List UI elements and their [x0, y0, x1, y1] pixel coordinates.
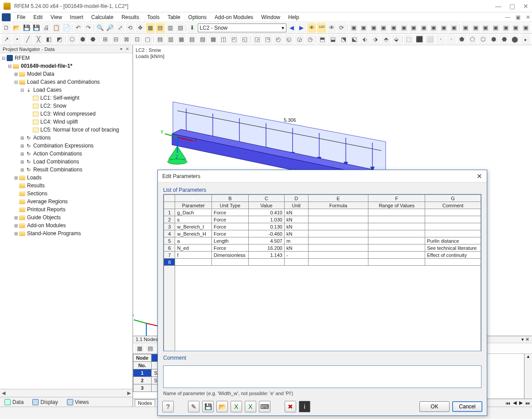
menu-window[interactable]: Window [258, 13, 284, 21]
tree-printout[interactable]: Printout Reports [27, 206, 66, 213]
table-row[interactable]: 3w_Bereich_IForce0.130kN [164, 223, 481, 230]
footer-excel2-icon[interactable]: X [245, 401, 256, 412]
tb-misc16-icon[interactable]: ▣ [501, 23, 510, 33]
ok-button[interactable]: OK [419, 401, 450, 412]
tb2-au-icon[interactable]: ⬣ [499, 35, 509, 44]
nodes-nav-next-icon[interactable]: ▶ [519, 400, 523, 406]
tb2-ap-icon[interactable]: ⬞ [446, 35, 456, 44]
nodes-nav-last-icon[interactable]: ⏭ [525, 400, 530, 406]
tb2-al-icon[interactable]: ⬚ [404, 35, 414, 44]
tb2-n-icon[interactable]: ▢ [143, 35, 153, 44]
tb-misc4-icon[interactable]: ▣ [379, 23, 388, 33]
tb-misc1-icon[interactable]: ▣ [349, 23, 358, 33]
tb-misc5-icon[interactable]: ▣ [389, 23, 399, 33]
menu-view[interactable]: View [47, 13, 66, 21]
tb2-y-icon[interactable]: ◳ [263, 35, 273, 44]
menu-options[interactable]: Options [185, 13, 210, 21]
tb2-l-icon[interactable]: ⊠ [122, 35, 132, 44]
parameters-grid[interactable]: A B C D E F G Parameter Unit Type Value … [163, 194, 481, 351]
tb2-d-icon[interactable]: ╳ [34, 35, 43, 44]
tb2-c-icon[interactable]: ╱ [23, 35, 33, 44]
menu-results[interactable]: Results [118, 13, 143, 21]
mdi-restore-icon[interactable]: ▣ [516, 14, 520, 20]
tb2-w-icon[interactable]: ◱ [240, 35, 250, 44]
tb2-p-icon[interactable]: ▥ [166, 35, 176, 44]
footer-edit-icon[interactable]: ✎ [188, 401, 200, 412]
tb2-g-icon[interactable]: ⬡ [67, 35, 77, 44]
tb2-ai-icon[interactable]: ⬗ [371, 35, 380, 44]
tb-redo-icon[interactable]: ↷ [84, 23, 93, 33]
footer-save-icon[interactable]: 💾 [202, 401, 214, 412]
tree-load-comb[interactable]: Load Combinations [33, 159, 79, 165]
tb-new-icon[interactable]: 🗋 [2, 23, 11, 33]
tree-lc1[interactable]: LC1: Self-weight [40, 95, 79, 101]
tb-view3-icon[interactable]: ▥ [166, 23, 175, 33]
tree-actions[interactable]: Actions [33, 135, 51, 141]
tb-save2-icon[interactable]: 💾 [32, 23, 41, 33]
tb-show-icon[interactable]: 👁 [307, 23, 317, 33]
tb2-s-icon[interactable]: ▨ [198, 35, 207, 44]
tb-prev-icon[interactable]: ⟲ [125, 23, 135, 33]
tb-misc6-icon[interactable]: ▣ [399, 23, 408, 33]
tb-misc14-icon[interactable]: ▣ [481, 23, 490, 33]
footer-calc-icon[interactable]: ⌨ [259, 401, 270, 412]
menu-table[interactable]: Table [164, 13, 184, 21]
tb-misc11-icon[interactable]: ▣ [449, 23, 458, 33]
tb-numbers-icon[interactable]: ¹²³ [317, 23, 326, 33]
nodes-tab-nodes[interactable]: Nodes [135, 400, 155, 406]
tree-model[interactable]: 001649-model-file-1* [21, 63, 72, 69]
tb-misc17-icon[interactable]: ▣ [511, 23, 520, 33]
tb2-ac-icon[interactable]: ◷ [305, 35, 315, 44]
tree-addon[interactable]: Add-on Modules [27, 222, 66, 229]
table-row[interactable]: 6N_edForce16.200kNSee technical literatu… [164, 244, 481, 252]
tb2-r-icon[interactable]: ▧ [187, 35, 197, 44]
tb2-z-icon[interactable]: ◴ [274, 35, 283, 44]
tb-open-icon[interactable]: 📂 [12, 23, 21, 33]
footer-info-icon[interactable]: i [299, 401, 310, 412]
tb-misc13-icon[interactable]: ▣ [471, 23, 481, 33]
navigator-close-icon[interactable]: ✕ [125, 47, 130, 51]
tb2-o-icon[interactable]: ▤ [155, 35, 165, 44]
footer-help-icon[interactable]: ? [162, 401, 174, 412]
tb2-x-icon[interactable]: ◲ [252, 35, 262, 44]
tb2-as-icon[interactable]: ⬡ [478, 35, 488, 44]
tree-comb-expr[interactable]: Combination Expressions [33, 143, 94, 149]
tb2-aa-icon[interactable]: ◵ [284, 35, 294, 44]
tb-view1-icon[interactable]: ▦ [146, 23, 155, 33]
table-row-empty[interactable]: 8 [164, 259, 481, 266]
menu-calculate[interactable]: Calculate [88, 13, 117, 21]
tb-misc3-icon[interactable]: ▣ [369, 23, 378, 33]
tb2-v-icon[interactable]: ◰ [229, 35, 239, 44]
tb2-ae-icon[interactable]: ⬓ [328, 35, 338, 44]
maximize-button[interactable]: ▢ [509, 3, 515, 10]
table-row[interactable]: 2sForce1.030kN [164, 216, 481, 223]
table-row[interactable]: 4w_Bereich_HForce-0.460kN [164, 230, 481, 237]
tb-copy-icon[interactable]: 📋 [52, 23, 61, 33]
tb2-ao-icon[interactable]: ⬝ [436, 35, 446, 44]
tree-results[interactable]: Results [27, 182, 45, 189]
tb-lc-icon[interactable]: ⬇ [188, 23, 197, 33]
tb-misc7-icon[interactable]: ▣ [409, 23, 419, 33]
tb-refresh-icon[interactable]: ⟳ [337, 23, 347, 33]
load-case-dropdown[interactable]: LC2 - Snow ▾ [198, 23, 286, 32]
tb2-a-icon[interactable]: ↗ [2, 35, 12, 44]
tb2-ag-icon[interactable]: ⬕ [349, 35, 359, 44]
nodes-tb2-icon[interactable]: ▤ [145, 344, 155, 353]
tb2-k-icon[interactable]: ⊟ [111, 35, 121, 44]
tree-action-comb[interactable]: Action Combinations [33, 151, 82, 157]
table-row[interactable]: 1g_DachForce0.410kN [164, 209, 481, 216]
comment-field[interactable] [163, 365, 481, 388]
tb-misc8-icon[interactable]: ▣ [419, 23, 429, 33]
nodes-nav-first-icon[interactable]: ⏮ [505, 400, 510, 406]
tb2-h-icon[interactable]: ⬢ [78, 35, 87, 44]
tree-load-cases[interactable]: Load Cases [33, 87, 62, 93]
navigator-tree[interactable]: ⊟RFEM ⊟001649-model-file-1* ⊞Model Data … [0, 53, 133, 389]
tb2-af-icon[interactable]: ⬔ [339, 35, 348, 44]
tb-misc12-icon[interactable]: ▣ [461, 23, 470, 33]
menu-help[interactable]: Help [285, 13, 303, 21]
footer-open-icon[interactable]: 📂 [216, 401, 228, 412]
scroll-up-icon[interactable]: ▲ [526, 354, 531, 359]
tb-fit-icon[interactable]: ⤢ [116, 23, 125, 33]
nodes-tb1-icon[interactable]: ▦ [135, 344, 145, 353]
mdi-minimize-icon[interactable]: — [505, 14, 510, 20]
